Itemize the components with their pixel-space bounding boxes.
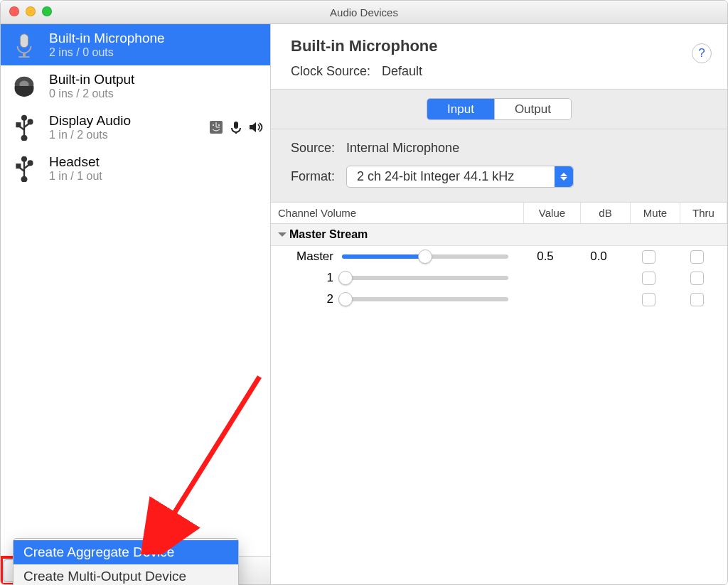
- mute-checkbox[interactable]: [642, 250, 655, 264]
- mute-checkbox[interactable]: [642, 272, 655, 285]
- device-io: 1 in / 2 outs: [49, 129, 131, 141]
- minimize-icon[interactable]: [26, 6, 36, 16]
- close-icon[interactable]: [9, 6, 19, 16]
- usb-icon: [9, 154, 39, 183]
- device-io: 1 in / 1 out: [49, 170, 102, 183]
- volume-badge-icon: [249, 120, 263, 134]
- device-io: 0 ins / 2 outs: [49, 87, 134, 100]
- volume-slider[interactable]: [342, 297, 508, 301]
- channel-table: Channel Volume Value dB Mute Thru Master…: [271, 203, 727, 584]
- stepper-arrows-icon: [555, 166, 573, 187]
- format-label: Format:: [291, 169, 335, 184]
- svg-rect-2: [18, 56, 29, 58]
- device-headset[interactable]: Headset 1 in / 1 out: [1, 148, 270, 189]
- channel-label: Master: [278, 249, 342, 264]
- device-io: 2 ins / 0 outs: [49, 46, 165, 59]
- device-name: Display Audio: [49, 113, 131, 129]
- svg-point-7: [28, 120, 33, 124]
- device-name: Built-in Microphone: [49, 31, 165, 46]
- window-controls: [9, 6, 52, 16]
- svg-rect-12: [234, 122, 238, 129]
- tab-output[interactable]: Output: [495, 99, 571, 119]
- svg-rect-13: [235, 132, 237, 134]
- svg-rect-6: [17, 123, 21, 127]
- device-name: Built-in Output: [49, 72, 134, 87]
- mute-checkbox[interactable]: [642, 293, 655, 306]
- svg-point-10: [213, 124, 214, 126]
- channel-row: 2: [271, 289, 727, 310]
- format-value: 2 ch 24-bit Integer 44.1 kHz: [357, 169, 514, 183]
- device-detail: Built-in Microphone Clock Source: Defaul…: [271, 24, 727, 584]
- audio-devices-window: Audio Devices Built-in Microphone 2 ins …: [0, 0, 728, 585]
- usb-icon: [9, 112, 39, 142]
- svg-rect-0: [20, 34, 28, 48]
- device-builtin-output[interactable]: Built-in Output 0 ins / 2 outs: [1, 65, 270, 107]
- clock-source-label: Clock Source:: [291, 64, 370, 79]
- clock-source-value: Default: [382, 64, 422, 79]
- svg-rect-15: [17, 164, 21, 168]
- col-value[interactable]: Value: [524, 203, 581, 223]
- svg-point-17: [22, 177, 27, 182]
- titlebar[interactable]: Audio Devices: [1, 1, 727, 24]
- device-builtin-microphone[interactable]: Built-in Microphone 2 ins / 0 outs: [1, 24, 270, 65]
- mic-badge-icon: [229, 120, 243, 134]
- zoom-icon[interactable]: [42, 6, 52, 16]
- device-display-audio[interactable]: Display Audio 1 in / 2 outs: [1, 107, 270, 148]
- value-cell: 0.5: [517, 249, 574, 264]
- detail-header: Built-in Microphone Clock Source: Defaul…: [271, 24, 727, 90]
- speaker-icon: [9, 71, 39, 101]
- menu-create-multioutput[interactable]: Create Multi-Output Device: [14, 564, 238, 585]
- col-mute[interactable]: Mute: [631, 203, 680, 223]
- svg-point-14: [22, 157, 26, 161]
- device-name: Headset: [49, 154, 102, 170]
- channel-row: Master0.50.0: [271, 246, 727, 267]
- channel-label: 1: [278, 271, 342, 285]
- section-label: Master Stream: [289, 228, 368, 241]
- db-cell: 0.0: [574, 249, 623, 264]
- device-sidebar: Built-in Microphone 2 ins / 0 outs Built…: [1, 24, 271, 584]
- help-button[interactable]: ?: [692, 43, 712, 63]
- volume-slider[interactable]: [342, 254, 508, 259]
- menu-create-aggregate[interactable]: Create Aggregate Device: [14, 540, 238, 564]
- svg-point-11: [218, 124, 220, 126]
- svg-point-5: [22, 116, 26, 120]
- col-channel[interactable]: Channel Volume: [271, 203, 524, 223]
- disclosure-triangle-icon: [278, 232, 287, 241]
- col-thru[interactable]: Thru: [680, 203, 727, 223]
- device-list: Built-in Microphone 2 ins / 0 outs Built…: [1, 24, 270, 556]
- col-db[interactable]: dB: [581, 203, 631, 223]
- source-value: Internal Microphone: [346, 141, 459, 156]
- thru-checkbox[interactable]: [690, 272, 704, 285]
- tab-input[interactable]: Input: [427, 99, 495, 119]
- microphone-icon: [9, 30, 39, 60]
- window-title: Audio Devices: [330, 6, 398, 18]
- volume-slider[interactable]: [342, 276, 508, 280]
- input-settings: Source: Internal Microphone Format: 2 ch…: [271, 129, 727, 203]
- section-master-stream[interactable]: Master Stream: [271, 224, 727, 246]
- add-device-menu: Create Aggregate Device Create Multi-Out…: [13, 538, 239, 585]
- table-header: Channel Volume Value dB Mute Thru: [271, 203, 727, 224]
- format-popup[interactable]: 2 ch 24-bit Integer 44.1 kHz: [346, 166, 574, 188]
- thru-checkbox[interactable]: [690, 293, 704, 306]
- channel-row: 1: [271, 267, 727, 289]
- thru-checkbox[interactable]: [690, 250, 704, 264]
- detail-title: Built-in Microphone: [291, 37, 707, 55]
- io-tabs: Input Output: [271, 90, 727, 129]
- svg-point-16: [28, 161, 33, 166]
- channel-label: 2: [278, 292, 342, 306]
- finder-icon: [209, 120, 223, 134]
- source-label: Source:: [291, 141, 335, 156]
- svg-point-8: [22, 136, 27, 141]
